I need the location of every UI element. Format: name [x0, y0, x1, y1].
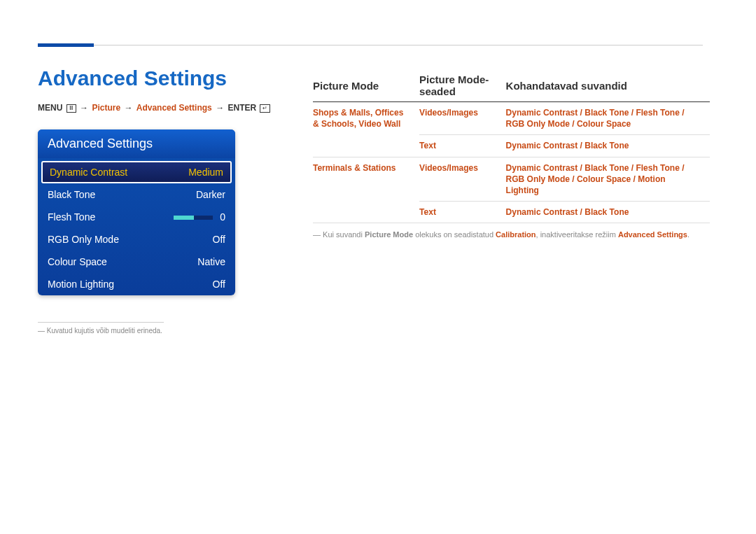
- settings-row-value: 0: [220, 211, 225, 223]
- note-bold: Picture Mode: [365, 230, 413, 239]
- right-column: Picture Mode Picture Mode-seaded Kohanda…: [313, 59, 710, 335]
- table-header-2: Picture Mode-seaded: [419, 69, 505, 102]
- settings-panel-list: Dynamic ContrastMediumBlack ToneDarkerFl…: [38, 161, 235, 295]
- left-column: Advanced Settings MENU Ⅲ → Picture → Adv…: [38, 59, 274, 335]
- settings-row-label: Motion Lighting: [48, 279, 114, 290]
- settings-row-value: Native: [197, 256, 225, 267]
- note-text: .: [687, 230, 690, 239]
- menu-icon: Ⅲ: [66, 104, 76, 113]
- settings-row[interactable]: Motion LightingOff: [38, 273, 235, 295]
- table-cell-setting: Text: [419, 202, 505, 223]
- page-title: Advanced Settings: [38, 66, 274, 90]
- settings-row-label: RGB Only Mode: [48, 234, 119, 245]
- settings-row-value: Medium: [188, 167, 223, 178]
- arrow-icon: →: [80, 103, 88, 113]
- note-highlight: Advanced Settings: [618, 230, 687, 239]
- table-cell-setting: Videos/Images: [419, 102, 505, 135]
- settings-row[interactable]: Black ToneDarker: [38, 183, 235, 206]
- settings-panel: Advanced Settings Dynamic ContrastMedium…: [38, 129, 235, 295]
- table-header-3: Kohandatavad suvandid: [506, 69, 710, 102]
- breadcrumb-enter-label: ENTER: [227, 103, 256, 113]
- table-row: Terminals & StationsVideos/ImagesDynamic…: [313, 157, 710, 202]
- table-cell-mode: Terminals & Stations: [313, 157, 419, 223]
- settings-row-value: Off: [213, 234, 225, 245]
- note-highlight: Calibration: [496, 230, 536, 239]
- breadcrumb-path2: Advanced Settings: [136, 103, 212, 113]
- settings-row-label: Flesh Tone: [48, 211, 95, 223]
- table-header-1: Picture Mode: [313, 69, 419, 102]
- settings-panel-header: Advanced Settings: [38, 129, 235, 158]
- note-text: olekuks on seadistatud: [413, 230, 496, 239]
- table-cell-setting: Videos/Images: [419, 157, 505, 202]
- settings-row-label: Colour Space: [48, 256, 107, 267]
- table-cell-options: Dynamic Contrast / Black Tone / Flesh To…: [506, 157, 710, 202]
- table-row: Shops & Malls, Offices & Schools, Video …: [313, 102, 710, 135]
- arrow-icon: →: [216, 103, 224, 113]
- breadcrumb: MENU Ⅲ → Picture → Advanced Settings → E…: [38, 103, 274, 113]
- footnote-divider: [38, 322, 164, 323]
- table-cell-setting: Text: [419, 135, 505, 157]
- settings-row-value: Darker: [196, 189, 225, 200]
- breadcrumb-path1: Picture: [92, 103, 120, 113]
- enter-icon: ↵: [260, 104, 270, 113]
- main-content: Advanced Settings MENU Ⅲ → Picture → Adv…: [38, 59, 710, 335]
- settings-row-value: Off: [213, 279, 225, 290]
- settings-row-label: Black Tone: [48, 189, 95, 200]
- settings-row[interactable]: Colour SpaceNative: [38, 251, 235, 273]
- settings-row-label: Dynamic Contrast: [50, 167, 127, 178]
- settings-row[interactable]: Dynamic ContrastMedium: [41, 161, 232, 183]
- note-text: , inaktiveeritakse režiim: [536, 230, 618, 239]
- table-cell-mode: Shops & Malls, Offices & Schools, Video …: [313, 102, 419, 157]
- options-table: Picture Mode Picture Mode-seaded Kohanda…: [313, 69, 710, 223]
- page-divider: [38, 45, 703, 45]
- slider-track[interactable]: [174, 216, 213, 220]
- table-cell-options: Dynamic Contrast / Black Tone: [506, 202, 710, 223]
- arrow-icon: →: [124, 103, 132, 113]
- note-text: Kui suvandi: [323, 230, 365, 239]
- table-cell-options: Dynamic Contrast / Black Tone / Flesh To…: [506, 102, 710, 135]
- settings-row[interactable]: RGB Only ModeOff: [38, 228, 235, 251]
- breadcrumb-menu-label: MENU: [38, 103, 62, 113]
- table-cell-options: Dynamic Contrast / Black Tone: [506, 135, 710, 157]
- accent-bar: [38, 43, 94, 47]
- panel-footnote: Kuvatud kujutis võib mudeliti erineda.: [38, 327, 274, 335]
- calibration-note: Kui suvandi Picture Mode olekuks on sead…: [313, 230, 710, 239]
- settings-row[interactable]: Flesh Tone0: [38, 206, 235, 228]
